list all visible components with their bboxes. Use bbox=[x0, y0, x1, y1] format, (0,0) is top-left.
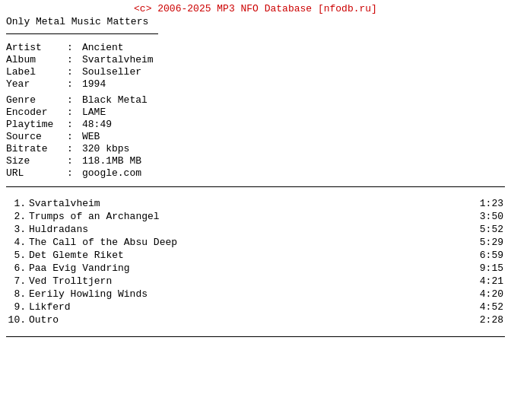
url-key: URL bbox=[6, 167, 67, 179]
source-sep: : bbox=[67, 131, 82, 142]
track-title: Det Glemte Riket bbox=[29, 250, 124, 261]
track-row: 1.Svartalvheim1:23 bbox=[6, 198, 505, 209]
track-duration: 6:59 bbox=[480, 250, 503, 261]
bitrate-key: Bitrate bbox=[6, 143, 67, 154]
tracklist: 1.Svartalvheim1:232.Trumps of an Archang… bbox=[6, 198, 505, 326]
track-number: 10. bbox=[8, 314, 26, 326]
source-key: Source bbox=[6, 131, 67, 142]
album-sep: : bbox=[67, 54, 82, 65]
track-number: 5. bbox=[8, 250, 26, 261]
track-row: 10.Outro2:28 bbox=[6, 314, 505, 326]
label-val: Soulseller bbox=[82, 66, 141, 78]
track-duration: 5:52 bbox=[480, 224, 503, 235]
track-row: 3.Huldradans5:52 bbox=[6, 224, 505, 235]
track-title: Ved Trolltjern bbox=[29, 275, 112, 287]
meta-bitrate: Bitrate : 320 kbps bbox=[6, 143, 505, 154]
size-val: 118.1MB MB bbox=[82, 155, 141, 167]
bitrate-val: 320 kbps bbox=[82, 143, 129, 154]
header-tagline: Only Metal Music Matters bbox=[6, 16, 505, 27]
track-title: Likferd bbox=[29, 301, 71, 313]
size-key: Size bbox=[6, 155, 67, 167]
track-row: 9.Likferd4:52 bbox=[6, 301, 505, 313]
meta-size: Size : 118.1MB MB bbox=[6, 155, 505, 167]
meta-url: URL : google.com bbox=[6, 167, 505, 179]
divider-after-meta bbox=[6, 186, 505, 187]
track-row: 2.Trumps of an Archangel3:50 bbox=[6, 211, 505, 222]
genre-key: Genre bbox=[6, 94, 67, 106]
meta-genre: Genre : Black Metal bbox=[6, 94, 505, 106]
track-title: Paa Evig Vandring bbox=[29, 262, 130, 274]
track-number: 9. bbox=[8, 301, 26, 313]
meta-year: Year : 1994 bbox=[6, 78, 505, 90]
playtime-val: 48:49 bbox=[82, 119, 112, 130]
meta-artist: Artist : Ancient bbox=[6, 42, 505, 53]
metadata-section: Artist : Ancient Album : Svartalvheim La… bbox=[6, 42, 505, 179]
track-duration: 4:52 bbox=[480, 301, 503, 313]
track-number: 2. bbox=[8, 211, 26, 222]
year-sep: : bbox=[67, 78, 82, 90]
track-duration: 4:20 bbox=[480, 288, 503, 300]
meta-encoder: Encoder : LAME bbox=[6, 107, 505, 118]
divider-top bbox=[6, 33, 158, 34]
track-row: 6.Paa Evig Vandring9:15 bbox=[6, 262, 505, 274]
track-duration: 9:15 bbox=[480, 262, 503, 274]
encoder-key: Encoder bbox=[6, 107, 67, 118]
track-title: Outro bbox=[29, 314, 59, 326]
track-title: Eerily Howling Winds bbox=[29, 288, 148, 300]
track-number: 4. bbox=[8, 237, 26, 248]
playtime-key: Playtime bbox=[6, 119, 67, 130]
album-val: Svartalvheim bbox=[82, 54, 154, 65]
track-number: 6. bbox=[8, 262, 26, 274]
track-row: 4.The Call of the Absu Deep5:29 bbox=[6, 237, 505, 248]
track-number: 8. bbox=[8, 288, 26, 300]
source-val: WEB bbox=[82, 131, 100, 142]
divider-bottom bbox=[6, 336, 505, 337]
size-sep: : bbox=[67, 155, 82, 167]
track-row: 7.Ved Trolltjern4:21 bbox=[6, 275, 505, 287]
genre-val: Black Metal bbox=[82, 94, 148, 106]
track-number: 3. bbox=[8, 224, 26, 235]
track-number: 7. bbox=[8, 275, 26, 287]
track-number: 1. bbox=[8, 198, 26, 209]
track-duration: 4:21 bbox=[480, 275, 503, 287]
header-copyright: <c> 2006-2025 MP3 NFO Database [nfodb.ru… bbox=[6, 3, 505, 14]
track-duration: 3:50 bbox=[480, 211, 503, 222]
track-row: 8.Eerily Howling Winds4:20 bbox=[6, 288, 505, 300]
encoder-val: LAME bbox=[82, 107, 106, 118]
year-key: Year bbox=[6, 78, 67, 90]
meta-source: Source : WEB bbox=[6, 131, 505, 142]
track-row: 5.Det Glemte Riket6:59 bbox=[6, 250, 505, 261]
bitrate-sep: : bbox=[67, 143, 82, 154]
track-title: The Call of the Absu Deep bbox=[29, 237, 177, 248]
artist-sep: : bbox=[67, 42, 82, 53]
track-duration: 5:29 bbox=[480, 237, 503, 248]
label-sep: : bbox=[67, 66, 82, 78]
genre-sep: : bbox=[67, 94, 82, 106]
playtime-sep: : bbox=[67, 119, 82, 130]
label-key: Label bbox=[6, 66, 67, 78]
meta-label: Label : Soulseller bbox=[6, 66, 505, 78]
url-val: google.com bbox=[82, 167, 141, 179]
track-title: Huldradans bbox=[29, 224, 88, 235]
track-title: Svartalvheim bbox=[29, 198, 100, 209]
artist-key: Artist bbox=[6, 42, 67, 53]
url-sep: : bbox=[67, 167, 82, 179]
encoder-sep: : bbox=[67, 107, 82, 118]
year-val: 1994 bbox=[82, 78, 106, 90]
track-duration: 1:23 bbox=[480, 198, 503, 209]
album-key: Album bbox=[6, 54, 67, 65]
meta-playtime: Playtime : 48:49 bbox=[6, 119, 505, 130]
artist-val: Ancient bbox=[82, 42, 124, 53]
track-title: Trumps of an Archangel bbox=[29, 211, 160, 222]
track-duration: 2:28 bbox=[480, 314, 503, 326]
meta-album: Album : Svartalvheim bbox=[6, 54, 505, 65]
